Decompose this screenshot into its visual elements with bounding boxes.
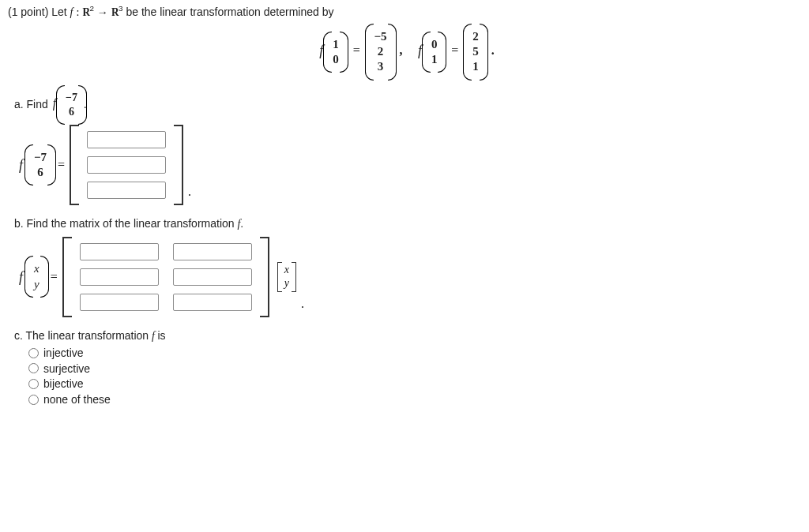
answer-a-3[interactable] [87, 182, 166, 199]
defining-equations: f 1 0 = −5 2 3 , f 0 1 = 2 5 1 . [5, 28, 809, 76]
part-a-vec: −7 6 [59, 90, 84, 120]
answer-matrix-b [62, 237, 269, 317]
vec-entry: 0 [333, 53, 339, 66]
vec-entry: 3 [378, 60, 384, 73]
opt-surjective[interactable]: surjective [28, 362, 809, 377]
vec-entry: y [284, 277, 289, 290]
answer-a-2[interactable] [87, 156, 166, 174]
period-b-title: . [240, 217, 243, 230]
opt-label: bijective [43, 377, 84, 392]
answer-b-22[interactable] [173, 268, 252, 286]
vec-entry: 1 [333, 38, 339, 51]
vec-entry: x [34, 262, 40, 275]
answer-b-32[interactable] [173, 294, 252, 311]
func-f: f [70, 6, 73, 18]
rest-text: be the linear transformation determined … [126, 6, 333, 18]
colon: : [76, 6, 79, 18]
opt-label: injective [43, 346, 84, 361]
equals-b: = [51, 268, 58, 286]
vec-entry: 5 [472, 45, 479, 58]
vec-entry: 6 [69, 106, 74, 118]
comma: , [400, 43, 403, 57]
part-b-answer-row: f x y = [19, 237, 809, 317]
vec-entry: 1 [431, 53, 438, 66]
part-b: b. Find the matrix of the linear transfo… [14, 216, 809, 317]
output-vec-2: 2 5 1 [466, 28, 485, 76]
opt-bijective[interactable]: bijective [28, 377, 809, 392]
vec-entry: y [34, 278, 40, 291]
equals-2: = [451, 43, 458, 57]
part-a: a. Find f −7 6 . f −7 6 = . [14, 90, 809, 205]
answer-b-21[interactable] [80, 268, 159, 286]
part-c-tail: is [157, 329, 165, 342]
part-b-xy-paren: x y [28, 260, 46, 293]
points-label: (1 point) [8, 6, 48, 18]
vec-entry: −7 [66, 92, 77, 104]
vec-entry: −7 [34, 151, 47, 164]
vec-entry: x [284, 264, 289, 277]
func-f-a2: f [19, 155, 23, 174]
part-a-label: a. Find [14, 97, 48, 110]
part-c-label: c. The linear transformation [14, 329, 149, 342]
period-b: . [301, 295, 304, 313]
answer-matrix-a [70, 125, 183, 205]
part-b-label: b. Find the matrix of the linear transfo… [14, 217, 235, 230]
vec-entry: −5 [374, 30, 387, 43]
equals-a: = [58, 156, 65, 174]
arrow: → [97, 6, 108, 18]
vec-entry: 0 [431, 38, 438, 51]
part-c: c. The linear transformation f is inject… [14, 328, 809, 407]
vec-entry: 2 [378, 45, 384, 58]
answer-b-31[interactable] [80, 294, 159, 311]
part-c-options: injective surjective bijective none of t… [28, 346, 809, 408]
opt-injective[interactable]: injective [28, 346, 809, 361]
radio-injective[interactable] [28, 348, 39, 358]
radio-surjective[interactable] [28, 363, 39, 373]
period-a: . [188, 183, 191, 200]
vec-entry: 2 [472, 30, 479, 43]
opt-none[interactable]: none of these [28, 392, 809, 407]
equals-1: = [353, 43, 360, 57]
answer-a-1[interactable] [87, 131, 166, 148]
func-f-b: f [19, 268, 23, 287]
codomain-R: R [111, 6, 119, 21]
part-a-answer-row: f −7 6 = . [19, 125, 809, 205]
opt-label: none of these [43, 392, 111, 407]
input-vec-1: 1 0 [326, 36, 345, 69]
radio-none[interactable] [28, 395, 39, 405]
period-1: . [491, 43, 495, 57]
vec-entry: 6 [37, 166, 43, 179]
radio-bijective[interactable] [28, 379, 39, 389]
opt-label: surjective [43, 362, 90, 377]
output-vec-1: −5 2 3 [368, 28, 393, 76]
answer-b-12[interactable] [173, 243, 252, 260]
vec-entry: 1 [472, 60, 479, 73]
answer-b-11[interactable] [80, 243, 159, 260]
domain-exp: 2 [90, 4, 94, 13]
domain-R: R [82, 6, 89, 21]
problem-statement: (1 point) Let f : R2 → R3 be the linear … [8, 5, 809, 21]
part-a-vec-2: −7 6 [28, 149, 53, 182]
input-vec-2: 0 1 [425, 36, 444, 69]
xy-column-bracket: x y [277, 262, 296, 292]
let-text: Let [51, 6, 66, 18]
